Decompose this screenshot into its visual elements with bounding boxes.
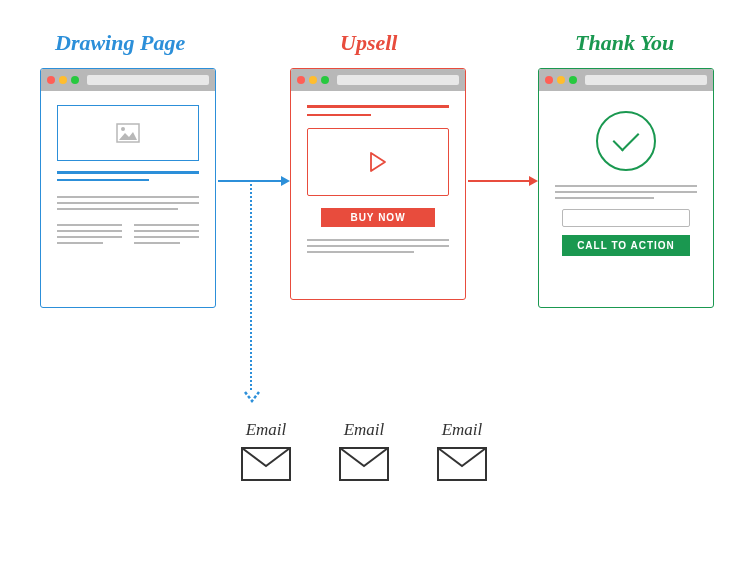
browser-body: BUY NOW <box>291 91 465 271</box>
envelope-icon <box>240 446 292 482</box>
email-item: Email <box>338 420 390 486</box>
text-line <box>57 242 103 244</box>
browser-chrome <box>539 69 713 91</box>
play-icon <box>369 151 387 173</box>
success-check-icon <box>596 111 656 171</box>
text-line <box>57 224 122 226</box>
email-label: Email <box>338 420 390 440</box>
browser-body: CALL TO ACTION <box>539 91 713 270</box>
text-line <box>57 230 122 232</box>
urlbar <box>585 75 707 85</box>
window-dot-minimize-icon <box>59 76 67 84</box>
browser-thankyou: CALL TO ACTION <box>538 68 714 308</box>
browser-chrome <box>41 69 215 91</box>
svg-point-1 <box>121 127 125 131</box>
text-line <box>555 197 654 199</box>
browser-drawing-page <box>40 68 216 308</box>
window-dot-close-icon <box>47 76 55 84</box>
email-label: Email <box>436 420 488 440</box>
text-line <box>555 191 697 193</box>
heading-line <box>307 114 371 117</box>
column <box>134 224 199 248</box>
arrow-dotted-to-email-icon <box>250 180 252 390</box>
video-placeholder <box>307 128 449 196</box>
heading-line <box>57 171 199 174</box>
buy-now-button[interactable]: BUY NOW <box>321 208 435 227</box>
text-line <box>307 245 449 247</box>
text-line <box>134 224 199 226</box>
envelope-icon <box>338 446 390 482</box>
email-sequence: Email Email Email <box>240 420 488 486</box>
window-dot-maximize-icon <box>71 76 79 84</box>
cta-button[interactable]: CALL TO ACTION <box>562 235 690 256</box>
arrow-drawing-to-upsell-icon <box>218 180 288 182</box>
text-line <box>57 196 199 198</box>
input-field[interactable] <box>562 209 690 227</box>
text-line <box>134 236 199 238</box>
window-dot-maximize-icon <box>569 76 577 84</box>
urlbar <box>87 75 209 85</box>
text-line <box>307 239 449 241</box>
browser-upsell: BUY NOW <box>290 68 466 300</box>
text-line <box>134 242 180 244</box>
image-placeholder <box>57 105 199 161</box>
heading-line <box>57 179 149 182</box>
title-upsell: Upsell <box>340 30 397 56</box>
heading-line <box>307 105 449 108</box>
text-line <box>134 230 199 232</box>
window-dot-minimize-icon <box>309 76 317 84</box>
funnel-diagram: Drawing Page Upsell Thank You <box>0 0 750 567</box>
window-dot-close-icon <box>545 76 553 84</box>
title-drawing-page: Drawing Page <box>55 30 185 56</box>
image-icon <box>116 123 140 143</box>
window-dot-maximize-icon <box>321 76 329 84</box>
browser-body <box>41 91 215 262</box>
text-line <box>307 251 414 253</box>
email-item: Email <box>436 420 488 486</box>
window-dot-minimize-icon <box>557 76 565 84</box>
column <box>57 224 122 248</box>
window-dot-close-icon <box>297 76 305 84</box>
text-line <box>555 185 697 187</box>
columns <box>57 224 199 248</box>
arrow-upsell-to-thankyou-icon <box>468 180 536 182</box>
urlbar <box>337 75 459 85</box>
browser-chrome <box>291 69 465 91</box>
text-line <box>57 208 178 210</box>
title-thankyou: Thank You <box>575 30 674 56</box>
text-line <box>57 236 122 238</box>
text-line <box>57 202 199 204</box>
envelope-icon <box>436 446 488 482</box>
email-label: Email <box>240 420 292 440</box>
email-item: Email <box>240 420 292 486</box>
